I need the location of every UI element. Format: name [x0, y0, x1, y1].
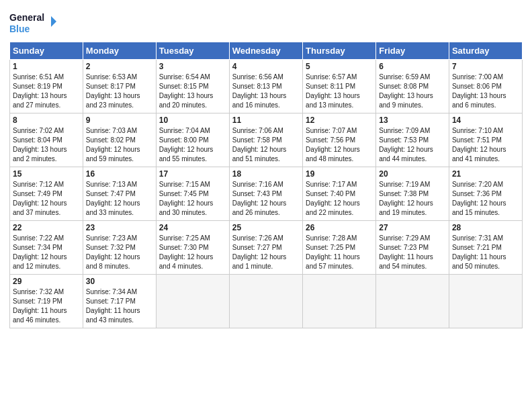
day-number: 8: [13, 116, 80, 125]
day-number: 15: [13, 169, 80, 179]
day-info: Sunrise: 7:13 AMSunset: 7:47 PMDaylight:…: [86, 180, 153, 218]
day-number: 19: [306, 169, 373, 179]
weekday-header: Monday: [83, 42, 156, 60]
calendar-day-cell: [156, 275, 229, 328]
calendar-day-cell: 9Sunrise: 7:03 AMSunset: 8:02 PMDaylight…: [83, 113, 156, 167]
day-number: 22: [13, 223, 80, 232]
weekday-header: Wednesday: [229, 42, 302, 60]
day-number: 1: [13, 62, 80, 71]
calendar-day-cell: 23Sunrise: 7:23 AMSunset: 7:32 PMDayligh…: [83, 221, 156, 275]
calendar-day-cell: 11Sunrise: 7:06 AMSunset: 7:58 PMDayligh…: [229, 113, 302, 167]
day-info: Sunrise: 6:54 AMSunset: 8:15 PMDaylight:…: [159, 73, 226, 110]
day-number: 17: [159, 169, 226, 179]
day-info: Sunrise: 7:03 AMSunset: 8:02 PMDaylight:…: [86, 126, 153, 164]
calendar-header-row: SundayMondayTuesdayWednesdayThursdayFrid…: [10, 42, 523, 60]
day-number: 10: [159, 116, 226, 125]
day-number: 25: [232, 223, 300, 232]
day-number: 5: [306, 62, 373, 71]
day-number: 30: [86, 277, 153, 286]
weekday-header: Sunday: [10, 42, 83, 60]
calendar-day-cell: 6Sunrise: 6:59 AMSunset: 8:08 PMDaylight…: [376, 60, 449, 113]
svg-marker-2: [51, 16, 56, 27]
svg-text:General: General: [9, 12, 44, 23]
calendar-day-cell: 21Sunrise: 7:20 AMSunset: 7:36 PMDayligh…: [449, 167, 522, 221]
day-info: Sunrise: 7:26 AMSunset: 7:27 PMDaylight:…: [232, 234, 300, 271]
weekday-header: Saturday: [449, 42, 522, 60]
day-number: 7: [452, 62, 519, 71]
day-number: 16: [86, 169, 153, 179]
day-info: Sunrise: 7:02 AMSunset: 8:04 PMDaylight:…: [13, 126, 80, 164]
day-number: 13: [379, 116, 446, 125]
day-number: 12: [306, 116, 373, 125]
day-number: 6: [379, 62, 446, 71]
calendar-week-row: 22Sunrise: 7:22 AMSunset: 7:34 PMDayligh…: [10, 221, 523, 275]
calendar-day-cell: 4Sunrise: 6:56 AMSunset: 8:13 PMDaylight…: [229, 60, 302, 113]
day-info: Sunrise: 7:12 AMSunset: 7:49 PMDaylight:…: [13, 180, 80, 218]
day-number: 3: [159, 62, 226, 71]
day-number: 20: [379, 169, 446, 179]
calendar-day-cell: 14Sunrise: 7:10 AMSunset: 7:51 PMDayligh…: [449, 113, 522, 167]
day-info: Sunrise: 7:34 AMSunset: 7:17 PMDaylight:…: [86, 287, 153, 325]
day-info: Sunrise: 7:10 AMSunset: 7:51 PMDaylight:…: [452, 126, 519, 164]
calendar-week-row: 8Sunrise: 7:02 AMSunset: 8:04 PMDaylight…: [10, 113, 523, 167]
day-info: Sunrise: 7:19 AMSunset: 7:38 PMDaylight:…: [379, 180, 446, 218]
day-info: Sunrise: 6:56 AMSunset: 8:13 PMDaylight:…: [232, 73, 300, 110]
day-info: Sunrise: 7:15 AMSunset: 7:45 PMDaylight:…: [159, 180, 226, 218]
day-number: 29: [13, 277, 80, 286]
day-info: Sunrise: 7:25 AMSunset: 7:30 PMDaylight:…: [159, 234, 226, 271]
calendar-week-row: 15Sunrise: 7:12 AMSunset: 7:49 PMDayligh…: [10, 167, 523, 221]
day-info: Sunrise: 7:20 AMSunset: 7:36 PMDaylight:…: [452, 180, 519, 218]
day-info: Sunrise: 7:09 AMSunset: 7:53 PMDaylight:…: [379, 126, 446, 164]
calendar-week-row: 1Sunrise: 6:51 AMSunset: 8:19 PMDaylight…: [10, 60, 523, 113]
calendar-day-cell: 30Sunrise: 7:34 AMSunset: 7:17 PMDayligh…: [83, 275, 156, 328]
calendar-day-cell: 20Sunrise: 7:19 AMSunset: 7:38 PMDayligh…: [376, 167, 449, 221]
calendar-table: SundayMondayTuesdayWednesdayThursdayFrid…: [9, 42, 523, 328]
header: General Blue: [9, 7, 523, 36]
logo-svg: General Blue: [9, 9, 56, 36]
calendar-day-cell: 5Sunrise: 6:57 AMSunset: 8:11 PMDaylight…: [303, 60, 376, 113]
day-info: Sunrise: 7:07 AMSunset: 7:56 PMDaylight:…: [306, 126, 373, 164]
page-container: General Blue SundayMondayTuesdayWednesda…: [0, 0, 532, 335]
calendar-day-cell: 24Sunrise: 7:25 AMSunset: 7:30 PMDayligh…: [156, 221, 229, 275]
day-info: Sunrise: 7:16 AMSunset: 7:43 PMDaylight:…: [232, 180, 300, 218]
weekday-header: Thursday: [303, 42, 376, 60]
day-number: 23: [86, 223, 153, 232]
day-number: 9: [86, 116, 153, 125]
calendar-day-cell: 27Sunrise: 7:29 AMSunset: 7:23 PMDayligh…: [376, 221, 449, 275]
day-number: 4: [232, 62, 300, 71]
calendar-day-cell: 1Sunrise: 6:51 AMSunset: 8:19 PMDaylight…: [10, 60, 83, 113]
calendar-day-cell: 17Sunrise: 7:15 AMSunset: 7:45 PMDayligh…: [156, 167, 229, 221]
calendar-day-cell: 7Sunrise: 7:00 AMSunset: 8:06 PMDaylight…: [449, 60, 522, 113]
logo: General Blue: [9, 9, 56, 36]
weekday-header: Tuesday: [156, 42, 229, 60]
calendar-day-cell: [303, 275, 376, 328]
calendar-day-cell: 8Sunrise: 7:02 AMSunset: 8:04 PMDaylight…: [10, 113, 83, 167]
calendar-day-cell: 22Sunrise: 7:22 AMSunset: 7:34 PMDayligh…: [10, 221, 83, 275]
day-info: Sunrise: 7:29 AMSunset: 7:23 PMDaylight:…: [379, 234, 446, 271]
day-number: 11: [232, 116, 300, 125]
day-number: 2: [86, 62, 153, 71]
day-info: Sunrise: 7:04 AMSunset: 8:00 PMDaylight:…: [159, 126, 226, 164]
day-info: Sunrise: 7:28 AMSunset: 7:25 PMDaylight:…: [306, 234, 373, 271]
calendar-day-cell: 18Sunrise: 7:16 AMSunset: 7:43 PMDayligh…: [229, 167, 302, 221]
day-info: Sunrise: 7:23 AMSunset: 7:32 PMDaylight:…: [86, 234, 153, 271]
svg-text:Blue: Blue: [9, 24, 30, 34]
calendar-day-cell: 25Sunrise: 7:26 AMSunset: 7:27 PMDayligh…: [229, 221, 302, 275]
calendar-day-cell: [229, 275, 302, 328]
day-info: Sunrise: 7:32 AMSunset: 7:19 PMDaylight:…: [13, 287, 80, 325]
calendar-week-row: 29Sunrise: 7:32 AMSunset: 7:19 PMDayligh…: [10, 275, 523, 328]
calendar-day-cell: [376, 275, 449, 328]
day-number: 24: [159, 223, 226, 232]
day-info: Sunrise: 7:17 AMSunset: 7:40 PMDaylight:…: [306, 180, 373, 218]
weekday-header: Friday: [376, 42, 449, 60]
day-number: 26: [306, 223, 373, 232]
calendar-day-cell: 16Sunrise: 7:13 AMSunset: 7:47 PMDayligh…: [83, 167, 156, 221]
day-number: 21: [452, 169, 519, 179]
calendar-day-cell: 26Sunrise: 7:28 AMSunset: 7:25 PMDayligh…: [303, 221, 376, 275]
calendar-day-cell: [449, 275, 522, 328]
calendar-day-cell: 12Sunrise: 7:07 AMSunset: 7:56 PMDayligh…: [303, 113, 376, 167]
calendar-day-cell: 10Sunrise: 7:04 AMSunset: 8:00 PMDayligh…: [156, 113, 229, 167]
calendar-day-cell: 15Sunrise: 7:12 AMSunset: 7:49 PMDayligh…: [10, 167, 83, 221]
calendar-day-cell: 28Sunrise: 7:31 AMSunset: 7:21 PMDayligh…: [449, 221, 522, 275]
calendar-day-cell: 19Sunrise: 7:17 AMSunset: 7:40 PMDayligh…: [303, 167, 376, 221]
